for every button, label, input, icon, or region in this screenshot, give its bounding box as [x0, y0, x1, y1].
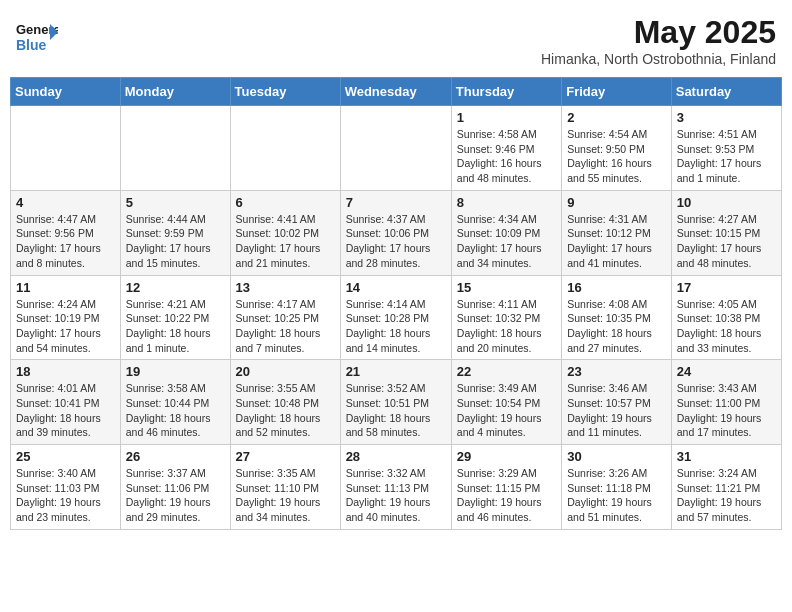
day-number: 6: [236, 195, 335, 210]
calendar-cell: [230, 106, 340, 191]
calendar-cell: 7Sunrise: 4:37 AM Sunset: 10:06 PM Dayli…: [340, 190, 451, 275]
day-info: Sunrise: 3:29 AM Sunset: 11:15 PM Daylig…: [457, 466, 556, 525]
day-info: Sunrise: 4:27 AM Sunset: 10:15 PM Daylig…: [677, 212, 776, 271]
day-info: Sunrise: 4:05 AM Sunset: 10:38 PM Daylig…: [677, 297, 776, 356]
weekday-header-saturday: Saturday: [671, 78, 781, 106]
day-info: Sunrise: 4:54 AM Sunset: 9:50 PM Dayligh…: [567, 127, 666, 186]
day-number: 8: [457, 195, 556, 210]
day-info: Sunrise: 4:47 AM Sunset: 9:56 PM Dayligh…: [16, 212, 115, 271]
day-number: 25: [16, 449, 115, 464]
logo: General Blue: [16, 14, 58, 56]
weekday-header-tuesday: Tuesday: [230, 78, 340, 106]
location-subtitle: Himanka, North Ostrobothnia, Finland: [541, 51, 776, 67]
day-number: 27: [236, 449, 335, 464]
day-info: Sunrise: 4:51 AM Sunset: 9:53 PM Dayligh…: [677, 127, 776, 186]
day-number: 30: [567, 449, 666, 464]
day-info: Sunrise: 4:24 AM Sunset: 10:19 PM Daylig…: [16, 297, 115, 356]
day-number: 7: [346, 195, 446, 210]
day-info: Sunrise: 4:31 AM Sunset: 10:12 PM Daylig…: [567, 212, 666, 271]
calendar-cell: 4Sunrise: 4:47 AM Sunset: 9:56 PM Daylig…: [11, 190, 121, 275]
day-info: Sunrise: 4:17 AM Sunset: 10:25 PM Daylig…: [236, 297, 335, 356]
calendar-cell: [11, 106, 121, 191]
calendar-cell: 23Sunrise: 3:46 AM Sunset: 10:57 PM Dayl…: [562, 360, 672, 445]
calendar-cell: 19Sunrise: 3:58 AM Sunset: 10:44 PM Dayl…: [120, 360, 230, 445]
day-info: Sunrise: 4:41 AM Sunset: 10:02 PM Daylig…: [236, 212, 335, 271]
day-number: 31: [677, 449, 776, 464]
calendar-cell: 22Sunrise: 3:49 AM Sunset: 10:54 PM Dayl…: [451, 360, 561, 445]
day-info: Sunrise: 3:35 AM Sunset: 11:10 PM Daylig…: [236, 466, 335, 525]
day-info: Sunrise: 4:34 AM Sunset: 10:09 PM Daylig…: [457, 212, 556, 271]
calendar-cell: 28Sunrise: 3:32 AM Sunset: 11:13 PM Dayl…: [340, 445, 451, 530]
day-info: Sunrise: 4:01 AM Sunset: 10:41 PM Daylig…: [16, 381, 115, 440]
calendar-cell: 20Sunrise: 3:55 AM Sunset: 10:48 PM Dayl…: [230, 360, 340, 445]
calendar-cell: 17Sunrise: 4:05 AM Sunset: 10:38 PM Dayl…: [671, 275, 781, 360]
day-number: 2: [567, 110, 666, 125]
calendar-header-row: SundayMondayTuesdayWednesdayThursdayFrid…: [11, 78, 782, 106]
calendar-cell: 1Sunrise: 4:58 AM Sunset: 9:46 PM Daylig…: [451, 106, 561, 191]
calendar-cell: 10Sunrise: 4:27 AM Sunset: 10:15 PM Dayl…: [671, 190, 781, 275]
calendar-week-4: 18Sunrise: 4:01 AM Sunset: 10:41 PM Dayl…: [11, 360, 782, 445]
svg-text:Blue: Blue: [16, 37, 47, 53]
day-info: Sunrise: 3:52 AM Sunset: 10:51 PM Daylig…: [346, 381, 446, 440]
day-number: 18: [16, 364, 115, 379]
calendar-cell: 31Sunrise: 3:24 AM Sunset: 11:21 PM Dayl…: [671, 445, 781, 530]
day-number: 28: [346, 449, 446, 464]
day-number: 1: [457, 110, 556, 125]
calendar-cell: [340, 106, 451, 191]
day-info: Sunrise: 3:46 AM Sunset: 10:57 PM Daylig…: [567, 381, 666, 440]
day-number: 14: [346, 280, 446, 295]
day-info: Sunrise: 3:26 AM Sunset: 11:18 PM Daylig…: [567, 466, 666, 525]
calendar-cell: 30Sunrise: 3:26 AM Sunset: 11:18 PM Dayl…: [562, 445, 672, 530]
calendar-cell: 29Sunrise: 3:29 AM Sunset: 11:15 PM Dayl…: [451, 445, 561, 530]
calendar-cell: 25Sunrise: 3:40 AM Sunset: 11:03 PM Dayl…: [11, 445, 121, 530]
day-number: 20: [236, 364, 335, 379]
calendar-cell: 2Sunrise: 4:54 AM Sunset: 9:50 PM Daylig…: [562, 106, 672, 191]
day-info: Sunrise: 3:37 AM Sunset: 11:06 PM Daylig…: [126, 466, 225, 525]
day-info: Sunrise: 3:49 AM Sunset: 10:54 PM Daylig…: [457, 381, 556, 440]
day-info: Sunrise: 4:58 AM Sunset: 9:46 PM Dayligh…: [457, 127, 556, 186]
day-number: 13: [236, 280, 335, 295]
calendar-cell: 3Sunrise: 4:51 AM Sunset: 9:53 PM Daylig…: [671, 106, 781, 191]
day-info: Sunrise: 4:37 AM Sunset: 10:06 PM Daylig…: [346, 212, 446, 271]
day-number: 11: [16, 280, 115, 295]
day-number: 24: [677, 364, 776, 379]
calendar-week-5: 25Sunrise: 3:40 AM Sunset: 11:03 PM Dayl…: [11, 445, 782, 530]
title-area: May 2025 Himanka, North Ostrobothnia, Fi…: [541, 14, 776, 67]
day-number: 22: [457, 364, 556, 379]
day-info: Sunrise: 3:40 AM Sunset: 11:03 PM Daylig…: [16, 466, 115, 525]
day-number: 16: [567, 280, 666, 295]
day-info: Sunrise: 4:11 AM Sunset: 10:32 PM Daylig…: [457, 297, 556, 356]
calendar-cell: 27Sunrise: 3:35 AM Sunset: 11:10 PM Dayl…: [230, 445, 340, 530]
calendar-cell: 18Sunrise: 4:01 AM Sunset: 10:41 PM Dayl…: [11, 360, 121, 445]
day-number: 21: [346, 364, 446, 379]
day-info: Sunrise: 4:14 AM Sunset: 10:28 PM Daylig…: [346, 297, 446, 356]
day-number: 17: [677, 280, 776, 295]
calendar-cell: 16Sunrise: 4:08 AM Sunset: 10:35 PM Dayl…: [562, 275, 672, 360]
calendar-body: 1Sunrise: 4:58 AM Sunset: 9:46 PM Daylig…: [11, 106, 782, 530]
day-number: 26: [126, 449, 225, 464]
calendar-cell: 13Sunrise: 4:17 AM Sunset: 10:25 PM Dayl…: [230, 275, 340, 360]
day-number: 15: [457, 280, 556, 295]
day-number: 5: [126, 195, 225, 210]
weekday-header-thursday: Thursday: [451, 78, 561, 106]
day-number: 19: [126, 364, 225, 379]
day-number: 4: [16, 195, 115, 210]
day-number: 10: [677, 195, 776, 210]
day-number: 29: [457, 449, 556, 464]
calendar-cell: 9Sunrise: 4:31 AM Sunset: 10:12 PM Dayli…: [562, 190, 672, 275]
day-info: Sunrise: 3:58 AM Sunset: 10:44 PM Daylig…: [126, 381, 225, 440]
day-info: Sunrise: 4:21 AM Sunset: 10:22 PM Daylig…: [126, 297, 225, 356]
calendar-cell: 26Sunrise: 3:37 AM Sunset: 11:06 PM Dayl…: [120, 445, 230, 530]
day-number: 12: [126, 280, 225, 295]
day-info: Sunrise: 3:55 AM Sunset: 10:48 PM Daylig…: [236, 381, 335, 440]
calendar-cell: 11Sunrise: 4:24 AM Sunset: 10:19 PM Dayl…: [11, 275, 121, 360]
calendar-cell: [120, 106, 230, 191]
calendar-cell: 15Sunrise: 4:11 AM Sunset: 10:32 PM Dayl…: [451, 275, 561, 360]
weekday-header-friday: Friday: [562, 78, 672, 106]
calendar-cell: 8Sunrise: 4:34 AM Sunset: 10:09 PM Dayli…: [451, 190, 561, 275]
calendar-table: SundayMondayTuesdayWednesdayThursdayFrid…: [10, 77, 782, 530]
calendar-week-1: 1Sunrise: 4:58 AM Sunset: 9:46 PM Daylig…: [11, 106, 782, 191]
day-info: Sunrise: 4:44 AM Sunset: 9:59 PM Dayligh…: [126, 212, 225, 271]
calendar-week-3: 11Sunrise: 4:24 AM Sunset: 10:19 PM Dayl…: [11, 275, 782, 360]
day-number: 9: [567, 195, 666, 210]
